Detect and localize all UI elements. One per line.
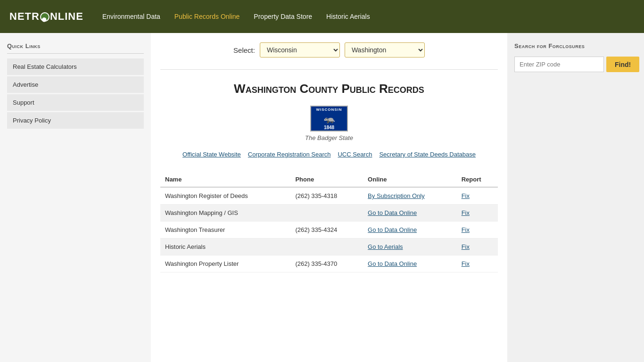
record-online-link[interactable]: Go to Aerials — [368, 243, 403, 250]
logo: NETR●NLINE — [9, 10, 83, 23]
zip-input[interactable] — [514, 57, 604, 72]
record-name: Washington Mapping / GIS — [160, 205, 290, 222]
record-fix-link[interactable]: Fix — [462, 209, 470, 216]
record-fix-link[interactable]: Fix — [462, 243, 470, 250]
record-online-link[interactable]: Go to Data Online — [368, 209, 417, 216]
secretary-of-state-deeds-link[interactable]: Secretary of State Deeds Database — [379, 151, 476, 158]
record-fix-link[interactable]: Fix — [462, 226, 470, 233]
page-title: Washington County Public Records — [160, 69, 498, 96]
find-button[interactable]: Find! — [606, 57, 639, 72]
state-flag: WISCONSIN 🦡 1848 — [310, 106, 348, 132]
record-online: Go to Data Online — [363, 205, 457, 222]
main-content: Select: WisconsinAlabamaAlaskaArizonaArk… — [151, 33, 507, 362]
col-name: Name — [160, 172, 290, 187]
record-fix-link[interactable]: Fix — [462, 192, 470, 199]
record-online: Go to Aerials — [363, 239, 457, 255]
sidebar: Quick Links Real Estate Calculators Adve… — [0, 33, 151, 362]
record-fix-link[interactable]: Fix — [462, 260, 470, 267]
main-layout: Quick Links Real Estate Calculators Adve… — [0, 33, 644, 362]
record-report: Fix — [457, 205, 498, 222]
table-row: Washington Register of Deeds(262) 335-43… — [160, 187, 498, 205]
record-name: Washington Treasurer — [160, 222, 290, 239]
record-phone: (262) 335-4370 — [290, 255, 363, 272]
record-online-link[interactable]: Go to Data Online — [368, 226, 417, 233]
table-header-row: Name Phone Online Report — [160, 172, 498, 187]
record-phone: (262) 335-4324 — [290, 222, 363, 239]
record-phone: (262) 335-4318 — [290, 187, 363, 205]
col-online: Online — [363, 172, 457, 187]
select-label: Select: — [233, 46, 255, 54]
record-online-link[interactable]: Go to Data Online — [368, 260, 417, 267]
record-name: Washington Register of Deeds — [160, 187, 290, 205]
right-sidebar: Search for Forclosures Find! — [507, 33, 644, 362]
sidebar-item-real-estate-calculators[interactable]: Real Estate Calculators — [7, 58, 144, 75]
state-flag-area: WISCONSIN 🦡 1848 The Badger State — [160, 106, 498, 141]
record-report: Fix — [457, 222, 498, 239]
record-name: Washington Property Lister — [160, 255, 290, 272]
record-online: By Subscription Only — [363, 187, 457, 205]
ucc-search-link[interactable]: UCC Search — [338, 151, 372, 158]
table-row: Washington Treasurer(262) 335-4324Go to … — [160, 222, 498, 239]
record-report: Fix — [457, 255, 498, 272]
official-state-website-link[interactable]: Official State Website — [182, 151, 241, 158]
flag-year: 1848 — [324, 125, 334, 130]
sidebar-item-support[interactable]: Support — [7, 94, 144, 111]
county-select[interactable]: WashingtonAdamsAshlandBarronBayfieldBrow… — [345, 42, 425, 58]
records-table: Name Phone Online Report Washington Regi… — [160, 172, 498, 272]
state-nickname: The Badger State — [305, 134, 353, 141]
record-name: Historic Aerials — [160, 239, 290, 255]
foreclosure-title: Search for Forclosures — [514, 42, 637, 49]
record-report: Fix — [457, 239, 498, 255]
select-row: Select: WisconsinAlabamaAlaskaArizonaArk… — [160, 42, 498, 58]
table-row: Washington Property Lister(262) 335-4370… — [160, 255, 498, 272]
nav-historic-aerials[interactable]: Historic Aerials — [326, 10, 370, 23]
state-links: Official State Website Corporate Registr… — [160, 151, 498, 158]
state-select[interactable]: WisconsinAlabamaAlaskaArizonaArkansasCal… — [260, 42, 340, 58]
record-phone — [290, 205, 363, 222]
table-body: Washington Register of Deeds(262) 335-43… — [160, 187, 498, 272]
record-online: Go to Data Online — [363, 222, 457, 239]
record-online: Go to Data Online — [363, 255, 457, 272]
corporate-registration-link[interactable]: Corporate Registration Search — [248, 151, 331, 158]
quick-links-title: Quick Links — [7, 42, 144, 54]
globe-icon: ● — [40, 12, 50, 22]
sidebar-item-privacy-policy[interactable]: Privacy Policy — [7, 112, 144, 129]
zip-search-row: Find! — [514, 57, 637, 72]
nav-public-records-online[interactable]: Public Records Online — [174, 10, 240, 23]
flag-state-name: WISCONSIN — [316, 107, 342, 112]
header: NETR●NLINE Environmental Data Public Rec… — [0, 0, 644, 33]
record-online-link[interactable]: By Subscription Only — [368, 192, 425, 199]
nav-property-data-store[interactable]: Property Data Store — [254, 10, 312, 23]
col-phone: Phone — [290, 172, 363, 187]
sidebar-item-advertise[interactable]: Advertise — [7, 76, 144, 93]
record-phone — [290, 239, 363, 255]
table-row: Washington Mapping / GISGo to Data Onlin… — [160, 205, 498, 222]
table-row: Historic AerialsGo to AerialsFix — [160, 239, 498, 255]
main-nav: Environmental Data Public Records Online… — [102, 10, 370, 23]
col-report: Report — [457, 172, 498, 187]
nav-environmental-data[interactable]: Environmental Data — [102, 10, 160, 23]
record-report: Fix — [457, 187, 498, 205]
